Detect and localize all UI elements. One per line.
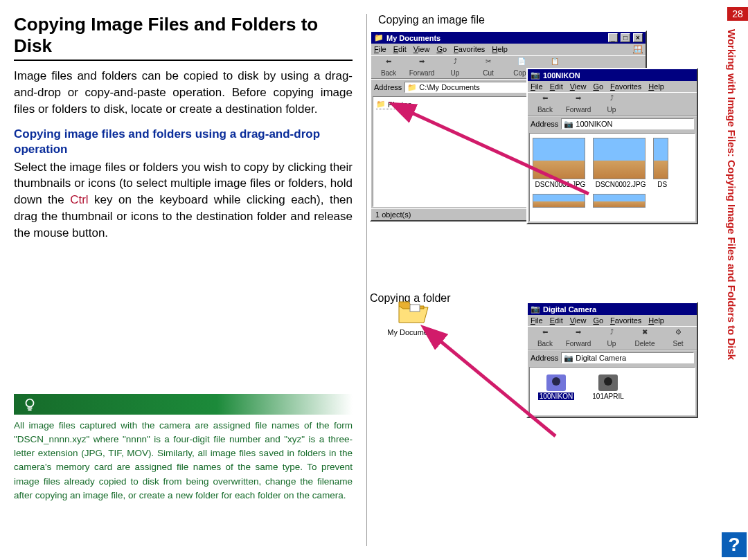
folder-item-101april[interactable]: 101APRIL [587, 374, 629, 400]
menu-file[interactable]: File [531, 316, 543, 325]
folder-item-photos[interactable]: 📁 Photos [376, 100, 411, 109]
maximize-button[interactable]: □ [621, 33, 630, 42]
tool-back[interactable]: ⬅Back [531, 328, 560, 347]
menu-favorites[interactable]: Favorites [610, 82, 641, 91]
intro-paragraph: Image files and folders can be copied to… [14, 68, 353, 117]
menu-edit[interactable]: Edit [393, 45, 407, 54]
image-thumbnail[interactable]: DSCN0002.JPG [593, 138, 648, 188]
menu-edit[interactable]: Edit [550, 316, 563, 325]
menu-favorites[interactable]: Favorites [454, 45, 485, 54]
camera-icon [546, 374, 566, 391]
tool-delete[interactable]: ✖Delete [630, 328, 659, 347]
tool-back[interactable]: ⬅Back [531, 94, 560, 114]
tool-cut[interactable]: ✂Cut [474, 57, 503, 77]
chapter-side-label: Working with Image Files: Copying Image … [724, 21, 738, 519]
help-icon[interactable]: ? [722, 532, 747, 557]
svg-rect-1 [410, 305, 420, 311]
menubar[interactable]: File Edit View Go Favorites Help 🪟 [371, 44, 645, 55]
tool-forward[interactable]: ➡Forward [564, 94, 593, 114]
close-button[interactable]: × [633, 33, 643, 42]
menu-favorites[interactable]: Favorites [610, 316, 641, 325]
address-label: Address [531, 120, 558, 128]
menu-help[interactable]: Help [492, 45, 508, 54]
menu-view[interactable]: View [570, 316, 587, 325]
tool-up[interactable]: ⤴Up [597, 328, 626, 347]
tip-banner [14, 394, 353, 415]
tip-text: All image files captured with the camera… [14, 419, 353, 503]
minimize-button[interactable]: _ [608, 33, 618, 42]
icon-label: My Documents [385, 328, 440, 336]
tool-forward[interactable]: ➡Forward [564, 328, 593, 347]
mydocuments-icon[interactable]: My Documents [385, 298, 440, 336]
image-thumbnail[interactable] [593, 194, 648, 209]
lightbulb-icon [22, 397, 37, 412]
folder-pane[interactable]: 100NIKON 101APRIL [529, 367, 695, 415]
menu-file[interactable]: File [374, 45, 386, 54]
address-label: Address [374, 83, 402, 91]
image-thumbnail[interactable] [533, 194, 588, 209]
window-title: Digital Camera [543, 305, 596, 314]
menu-edit[interactable]: Edit [550, 82, 563, 91]
caption-copying-file: Copying an image file [378, 14, 706, 26]
titlebar-icon: 📁 [374, 33, 384, 42]
tool-forward[interactable]: ➡Forward [407, 57, 436, 77]
address-label: Address [531, 354, 558, 362]
menu-go[interactable]: Go [593, 82, 603, 91]
menu-help[interactable]: Help [648, 316, 664, 325]
menu-go[interactable]: Go [436, 45, 447, 54]
titlebar-icon: 📷 [531, 71, 540, 80]
tool-settings[interactable]: ⚙Set [664, 328, 693, 347]
window-title: My Documents [386, 34, 440, 42]
tool-up[interactable]: ⤴Up [597, 94, 626, 114]
folder-open-icon [396, 298, 429, 325]
camera-icon [598, 374, 618, 391]
tool-back[interactable]: ⬅Back [374, 57, 403, 77]
menu-go[interactable]: Go [593, 316, 603, 325]
titlebar-icon: 📷 [531, 305, 540, 314]
subhead-drag-drop: Copying image files and folders using a … [14, 127, 353, 157]
window-100nikon: 📷 100NIKON File Edit View Go Favorites H… [526, 68, 698, 224]
menu-file[interactable]: File [531, 82, 543, 91]
ctrl-key: Ctrl [70, 193, 88, 206]
page-number: 28 [727, 7, 748, 21]
svg-point-0 [26, 399, 34, 406]
address-field[interactable]: 📷 100NIKON [561, 118, 694, 129]
menubar[interactable]: File Edit View Go Favorites Help [528, 81, 697, 92]
menu-help[interactable]: Help [648, 82, 664, 91]
tool-up[interactable]: ⤴Up [440, 57, 470, 77]
menu-view[interactable]: View [570, 82, 587, 91]
menu-view[interactable]: View [413, 45, 430, 54]
image-thumbnail[interactable]: DSCN0001.JPG [533, 138, 588, 188]
folder-item-100nikon[interactable]: 100NIKON [535, 374, 577, 400]
address-field[interactable]: 📷 Digital Camera [561, 352, 694, 363]
window-title: 100NIKON [543, 71, 580, 80]
menubar[interactable]: File Edit View Go Favorites Help [528, 315, 697, 326]
thumbnail-pane[interactable]: DSCN0001.JPG DSCN0002.JPG DS [529, 133, 695, 222]
body-paragraph: Select the image files or folders you wi… [14, 159, 353, 242]
window-digital-camera: 📷 Digital Camera File Edit View Go Favor… [526, 302, 698, 418]
image-thumbnail[interactable]: DS [653, 138, 671, 188]
windows-logo-icon: 🪟 [633, 45, 643, 54]
page-title: Copying Image Files and Folders to Disk [14, 14, 353, 61]
